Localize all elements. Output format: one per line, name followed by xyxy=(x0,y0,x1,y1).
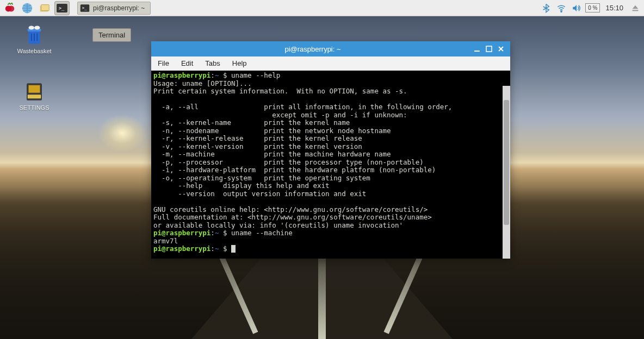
svg-text:>_: >_ xyxy=(82,5,88,10)
desktop-icon-settings[interactable]: SETTINGS xyxy=(15,80,53,111)
window-title: pi@raspberrypi: ~ xyxy=(154,45,471,53)
taskbar: >_ >_ pi@raspberrypi: ~ 0 % 15:10 xyxy=(0,0,644,16)
maximize-button[interactable] xyxy=(483,43,495,55)
desktop-icon-trash-label: Wastebasket xyxy=(15,48,53,54)
prompt-user-3: pi@raspberrypi xyxy=(153,244,210,253)
prompt-user-1: pi@raspberrypi xyxy=(153,71,210,79)
bluetooth-icon[interactable] xyxy=(540,2,553,15)
help-output: Usage: uname [OPTION]... Print certain s… xyxy=(153,79,452,229)
wifi-icon[interactable] xyxy=(555,2,568,15)
terminal-body[interactable]: pi@raspberrypi:~ $ uname --help Usage: u… xyxy=(151,71,510,259)
svg-rect-4 xyxy=(41,4,49,10)
svg-text:>_: >_ xyxy=(59,5,65,10)
minimize-button[interactable] xyxy=(471,43,483,55)
web-browser-icon[interactable] xyxy=(20,1,35,15)
svg-rect-22 xyxy=(486,46,492,52)
taskbar-task-label: pi@raspberrypi: ~ xyxy=(93,4,145,12)
desktop-icon-settings-label: SETTINGS xyxy=(15,104,53,111)
wallpaper-sun xyxy=(98,114,147,152)
terminal-launcher-icon[interactable]: >_ xyxy=(54,1,70,15)
svg-point-1 xyxy=(8,5,14,11)
menu-help[interactable]: Help xyxy=(230,58,249,68)
svg-rect-20 xyxy=(28,95,41,98)
clock[interactable]: 15:10 xyxy=(602,4,627,12)
svg-rect-10 xyxy=(633,10,639,11)
cpu-usage-badge[interactable]: 0 % xyxy=(585,3,600,12)
svg-rect-21 xyxy=(474,51,480,52)
cmd-1: uname --help xyxy=(231,71,280,79)
taskbar-task-terminal[interactable]: >_ pi@raspberrypi: ~ xyxy=(77,2,151,15)
desktop-icon-trash[interactable]: Wastebasket xyxy=(15,24,53,54)
eject-icon[interactable] xyxy=(629,2,642,15)
scrollbar[interactable] xyxy=(503,86,510,259)
svg-rect-19 xyxy=(29,85,40,93)
menu-file[interactable]: File xyxy=(156,58,171,68)
cmd-2: uname --machine xyxy=(231,229,293,237)
tooltip-terminal: Terminal xyxy=(92,28,131,42)
scrollbar-thumb[interactable] xyxy=(504,100,509,225)
titlebar[interactable]: pi@raspberrypi: ~ xyxy=(151,41,510,56)
close-button[interactable] xyxy=(495,43,507,55)
svg-point-14 xyxy=(34,26,40,30)
start-menu-icon[interactable] xyxy=(2,1,17,15)
menubar: File Edit Tabs Help xyxy=(151,56,510,71)
terminal-window: pi@raspberrypi: ~ File Edit Tabs Help pi… xyxy=(151,41,510,259)
cursor xyxy=(231,245,236,253)
file-manager-icon[interactable] xyxy=(37,1,52,15)
menu-edit[interactable]: Edit xyxy=(179,58,195,68)
prompt-user-2: pi@raspberrypi xyxy=(153,229,210,237)
menu-tabs[interactable]: Tabs xyxy=(203,58,222,68)
output-2: armv7l xyxy=(153,237,178,245)
svg-point-9 xyxy=(561,10,562,11)
svg-point-13 xyxy=(29,26,35,30)
volume-icon[interactable] xyxy=(570,2,583,15)
